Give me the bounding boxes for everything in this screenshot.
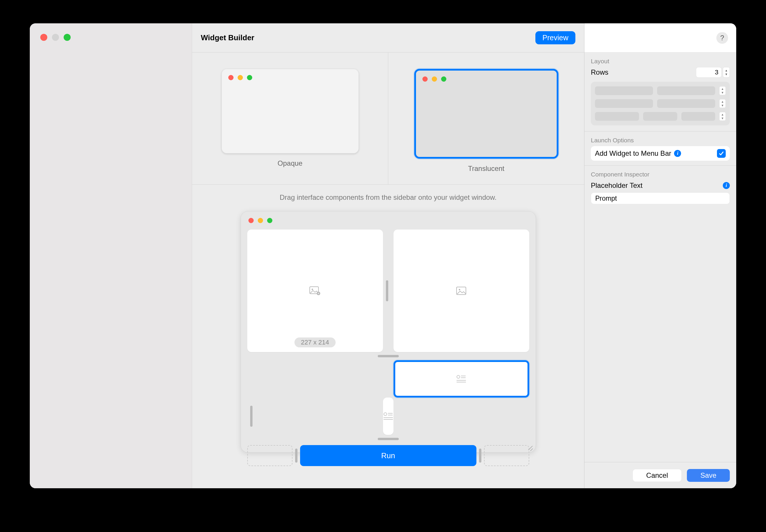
- layout-cell: [595, 99, 653, 108]
- row-stepper[interactable]: ▲▼: [719, 86, 726, 95]
- style-picker: Opaque Translucent: [192, 53, 584, 185]
- close-icon: [228, 75, 234, 80]
- info-icon[interactable]: i: [674, 150, 681, 157]
- rows-input[interactable]: [696, 67, 722, 78]
- placeholder-label: Placeholder Text: [591, 181, 643, 190]
- resize-handle-vertical[interactable]: [247, 398, 256, 435]
- rows-row: Rows ▲ ▼: [585, 67, 736, 82]
- svg-point-6: [384, 413, 387, 416]
- sidebar: [30, 23, 192, 488]
- launch-option-row: Add Widget to Menu Bar i: [591, 146, 730, 161]
- close-icon: [249, 218, 254, 223]
- main-area: Widget Builder Preview Opaque: [192, 23, 585, 488]
- layout-cell: [595, 86, 653, 95]
- row-stepper[interactable]: ▲▼: [719, 99, 726, 108]
- image-icon: [455, 286, 467, 295]
- header: Widget Builder Preview: [192, 23, 584, 53]
- preview-button[interactable]: Preview: [535, 31, 576, 44]
- chevron-up-icon: ▲: [725, 69, 728, 72]
- layout-row-2[interactable]: ▲▼: [595, 99, 726, 108]
- minimize-window-button[interactable]: [52, 34, 59, 41]
- run-button[interactable]: Run: [300, 445, 476, 466]
- chevron-up-icon: ▲: [721, 87, 724, 90]
- page-title: Widget Builder: [201, 33, 254, 42]
- close-window-button[interactable]: [40, 34, 47, 41]
- launch-section-label: Launch Options: [585, 132, 736, 146]
- chevron-down-icon: ▼: [721, 104, 724, 107]
- size-badge: 227 x 214: [295, 337, 336, 347]
- minimize-icon: [258, 218, 263, 223]
- canvas-area: Drag interface components from the sideb…: [192, 185, 584, 488]
- text-input-icon: [383, 412, 394, 421]
- chevron-up-icon: ▲: [721, 100, 724, 103]
- widget-window: 227 x 214: [241, 211, 536, 452]
- image-plus-icon: [309, 286, 321, 295]
- chevron-down-icon: ▼: [721, 91, 724, 94]
- info-icon[interactable]: i: [723, 182, 730, 189]
- close-icon: [422, 76, 428, 82]
- layout-cell: [681, 112, 715, 121]
- save-button[interactable]: Save: [687, 469, 730, 482]
- zoom-icon: [441, 76, 446, 82]
- translucent-preview: [414, 69, 558, 159]
- layout-section-label: Layout: [585, 53, 736, 67]
- svg-point-5: [457, 375, 460, 378]
- placeholder-text-input[interactable]: [591, 193, 730, 204]
- svg-point-1: [312, 289, 313, 290]
- drop-slot-left[interactable]: [247, 445, 293, 466]
- zoom-icon: [247, 75, 252, 80]
- row-stepper[interactable]: ▲▼: [719, 112, 726, 121]
- layout-preview: ▲▼ ▲▼ ▲▼: [591, 82, 730, 125]
- resize-handle-vertical[interactable]: [293, 449, 300, 463]
- inspector-footer: Cancel Save: [585, 462, 736, 488]
- image-component-right[interactable]: [394, 230, 529, 352]
- layout-cell: [657, 99, 715, 108]
- canvas-hint: Drag interface components from the sideb…: [280, 193, 496, 202]
- launch-option-label: Add Widget to Menu Bar: [595, 149, 671, 157]
- window-resize-grip[interactable]: [526, 443, 533, 450]
- resize-handle-horizontal[interactable]: [247, 435, 529, 443]
- layout-cell: [595, 112, 639, 121]
- rows-label: Rows: [591, 68, 609, 76]
- chevron-down-icon: ▼: [725, 73, 728, 76]
- resize-handle-horizontal[interactable]: [247, 352, 529, 360]
- chevron-down-icon: ▼: [721, 117, 724, 120]
- drop-slot-right[interactable]: [484, 445, 529, 466]
- style-option-translucent[interactable]: Translucent: [388, 53, 584, 184]
- minimize-icon: [432, 76, 437, 82]
- layout-cell: [643, 112, 677, 121]
- layout-row-3[interactable]: ▲▼: [595, 112, 726, 121]
- zoom-window-button[interactable]: [64, 34, 71, 41]
- app-window: Widget Builder Preview Opaque: [30, 23, 736, 488]
- inspector-header: ?: [585, 23, 736, 53]
- minimize-icon: [238, 75, 243, 80]
- style-label-translucent: Translucent: [468, 165, 504, 173]
- inspector-panel: ? Layout Rows ▲ ▼ ▲▼ ▲▼: [585, 23, 736, 488]
- resize-handle-vertical[interactable]: [476, 449, 484, 463]
- component-section-label: Component Inspector: [585, 166, 736, 180]
- style-label-opaque: Opaque: [278, 159, 302, 167]
- chevron-up-icon: ▲: [721, 113, 724, 116]
- svg-point-4: [459, 289, 460, 291]
- help-button[interactable]: ?: [716, 32, 728, 44]
- resize-handle-vertical[interactable]: [383, 230, 391, 352]
- cancel-button[interactable]: Cancel: [633, 469, 682, 482]
- text-input-icon: [456, 375, 466, 384]
- text-input-component-left[interactable]: [394, 360, 529, 398]
- window-controls: [40, 34, 71, 41]
- opaque-preview: [222, 69, 359, 153]
- layout-row-1[interactable]: ▲▼: [595, 86, 726, 95]
- style-option-opaque[interactable]: Opaque: [192, 53, 388, 184]
- rows-stepper[interactable]: ▲ ▼: [723, 67, 730, 78]
- text-input-component-right[interactable]: [383, 398, 394, 435]
- menu-bar-checkbox[interactable]: [717, 149, 726, 158]
- layout-cell: [657, 86, 715, 95]
- zoom-icon: [267, 218, 272, 223]
- image-component-left[interactable]: 227 x 214: [247, 230, 383, 352]
